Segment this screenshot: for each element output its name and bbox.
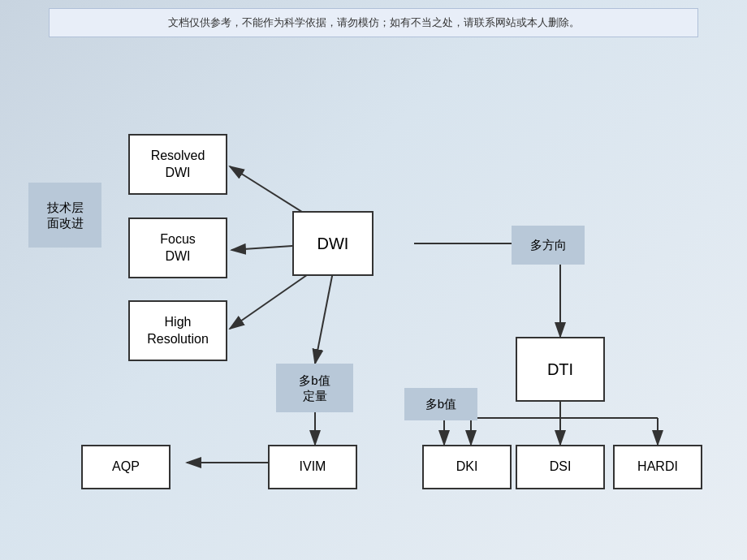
svg-line-9	[315, 272, 333, 364]
multi-b-label: 多b值	[404, 388, 477, 420]
hardi-box: HARDI	[613, 445, 702, 489]
multi-direction-label: 多方向	[512, 226, 585, 265]
tech-improvement-label: 技术层 面改进	[28, 183, 101, 248]
ivim-box: IVIM	[268, 445, 357, 489]
dti-box: DTI	[516, 337, 605, 402]
dki-box: DKI	[422, 445, 512, 489]
aqp-box: AQP	[81, 445, 171, 489]
dsi-box: DSI	[516, 445, 605, 489]
high-resolution-box: High Resolution	[128, 300, 227, 361]
focus-dwi-box: Focus DWI	[128, 218, 227, 278]
multi-b-quantitative-label: 多b值 定量	[276, 364, 353, 412]
dwi-box: DWI	[292, 211, 374, 276]
top-notice: 文档仅供参考，不能作为科学依据，请勿模仿；如有不当之处，请联系网站或本人删除。	[49, 8, 698, 37]
resolved-dwi-box: Resolved DWI	[128, 134, 227, 195]
